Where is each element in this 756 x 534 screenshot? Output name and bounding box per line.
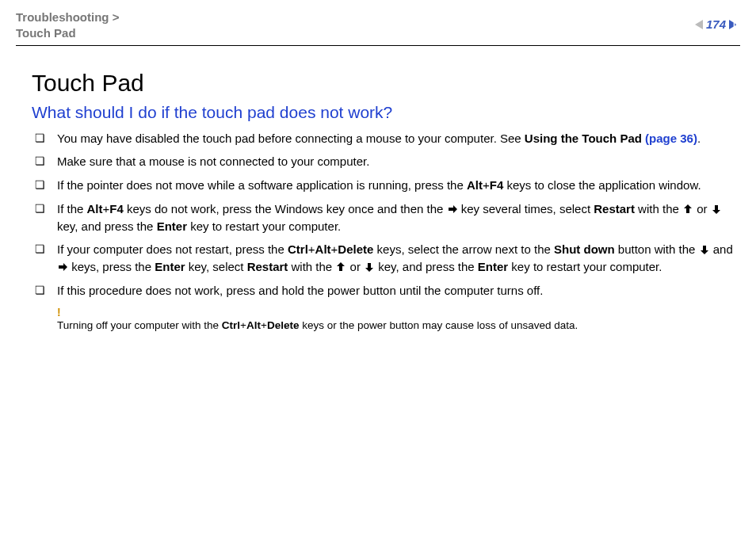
text-run: key several times, select — [458, 202, 594, 216]
arrow-up-icon — [335, 261, 346, 273]
text-run: key to restart your computer. — [508, 260, 662, 273]
text-run: keys do not work, press the Windows key … — [124, 202, 447, 216]
text-run: button with the — [615, 242, 699, 256]
text-run: key, and press the — [375, 260, 478, 273]
text-run: with the — [635, 202, 682, 216]
list-item: Make sure that a mouse is not connected … — [32, 153, 740, 170]
arrow-down-icon — [699, 244, 710, 255]
arrow-right-icon — [57, 261, 68, 273]
text-run: If the — [57, 202, 87, 216]
text-run: Ctrl — [288, 242, 308, 256]
text-run: If the pointer does not move while a sof… — [57, 178, 467, 192]
page-content: Touch Pad What should I do if the touch … — [16, 46, 740, 334]
text-run: key to restart your computer. — [187, 219, 341, 233]
page-number: 174 — [706, 17, 726, 31]
text-run: + — [308, 242, 315, 256]
list-item: If your computer does not restart, press… — [32, 241, 740, 276]
text-run: Restart — [594, 202, 635, 216]
text-run: Using the Touch Pad — [525, 132, 645, 145]
text-run: Shut down — [554, 242, 615, 256]
text-run: Alt — [315, 242, 331, 256]
text-run: Alt — [467, 178, 483, 192]
text-run: Delete — [338, 242, 373, 256]
text-run: F4 — [109, 202, 124, 216]
text-run: keys to close the application window. — [503, 178, 701, 192]
text-run: keys, select the arrow next to the — [373, 242, 554, 256]
page-link[interactable]: (page 36) — [645, 132, 697, 145]
text-run: Make sure that a mouse is not connected … — [57, 154, 369, 168]
text-run: Enter — [155, 260, 185, 273]
warning-mark: ! — [32, 306, 740, 318]
text-run: If your computer does not restart, press… — [57, 242, 288, 256]
bullet-list: You may have disabled the touch pad befo… — [32, 130, 740, 299]
arrow-right-icon — [447, 204, 458, 215]
section-heading: What should I do if the touch pad does n… — [32, 103, 740, 122]
text-run: F4 — [490, 178, 504, 192]
arrow-up-icon — [682, 204, 693, 215]
text-run: If this procedure does not work, press a… — [57, 284, 543, 297]
breadcrumb-line2: Touch Pad — [16, 25, 119, 41]
page-title: Touch Pad — [32, 70, 740, 97]
list-item: If this procedure does not work, press a… — [32, 282, 740, 299]
text-run: + — [261, 319, 267, 331]
text-run: key, select — [185, 260, 247, 273]
list-item: If the pointer does not move while a sof… — [32, 177, 740, 194]
document-page: Troubleshooting > Touch Pad 174 N Touch … — [0, 0, 756, 534]
text-run: and — [710, 242, 736, 256]
text-run: Enter — [157, 219, 187, 233]
text-run: with the — [288, 260, 335, 273]
text-run: You may have disabled the touch pad befo… — [57, 132, 525, 145]
text-run: Delete — [267, 319, 300, 331]
text-run: keys, press the — [68, 260, 155, 273]
page-header: Troubleshooting > Touch Pad 174 N — [16, 10, 740, 46]
text-run: . — [697, 132, 701, 145]
text-run: or — [693, 202, 711, 216]
text-run: Ctrl — [222, 319, 240, 331]
text-run: Alt — [246, 319, 261, 331]
text-run: Restart — [247, 260, 288, 273]
arrow-down-icon — [364, 261, 375, 273]
breadcrumb: Troubleshooting > Touch Pad — [16, 10, 119, 42]
list-item: If the Alt+F4 keys do not work, press th… — [32, 200, 740, 235]
text-run: + — [103, 202, 110, 216]
text-run: or — [346, 260, 364, 273]
list-item: You may have disabled the touch pad befo… — [32, 130, 740, 147]
warning-note: Turning off your computer with the Ctrl+… — [32, 318, 740, 334]
page-nav: 174 N — [695, 17, 740, 31]
text-run: keys or the power button may cause loss … — [299, 319, 578, 331]
text-run: Turning off your computer with the — [57, 319, 222, 331]
text-run: Enter — [478, 260, 508, 273]
breadcrumb-line1: Troubleshooting > — [16, 10, 119, 25]
text-run: + — [240, 319, 246, 331]
prev-page-icon[interactable] — [695, 20, 703, 29]
text-run: + — [483, 178, 490, 192]
text-run: Alt — [87, 202, 103, 216]
arrow-down-icon — [711, 204, 722, 215]
